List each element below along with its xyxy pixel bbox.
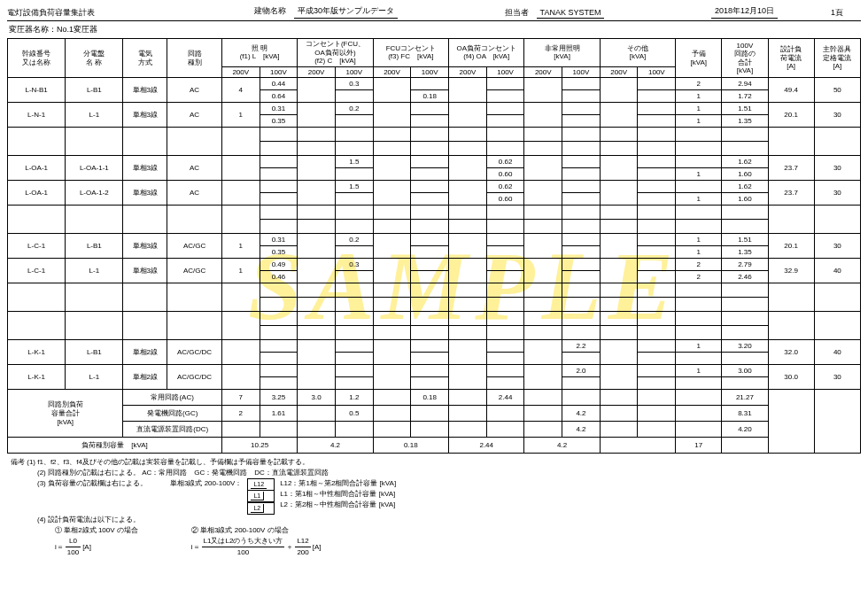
table-row: L-K-1L-1単相2線AC/GC/DC2.013.0030.030 bbox=[8, 365, 861, 377]
col-reserve: 予備[kVA] bbox=[676, 39, 722, 78]
table-row: L-N-1L-1単相3線AC10.310.211.5120.130 bbox=[8, 103, 861, 115]
col-wiring: 電気 方式 bbox=[123, 39, 167, 78]
col-design-amp: 設計負 荷電流[A] bbox=[768, 39, 814, 78]
table-row: L-C-1L-1単相3線AC/GC10.490.322.7932.940 bbox=[8, 259, 861, 271]
total-gc-label: 発電機回路(GC) bbox=[123, 406, 221, 422]
load-table: 幹線番号 又は名称 分電盤 名 称 電気 方式 回路 種別 照 明(f1) L … bbox=[7, 38, 861, 454]
table-row: L-OA-1L-OA-1-1単相3線AC1.50.621.6223.730 bbox=[8, 156, 861, 168]
person-label: 担当者 bbox=[505, 8, 529, 17]
col-sum100: 100V 回路の 合計[kVA] bbox=[722, 39, 768, 78]
col-circuit: 回路 種別 bbox=[167, 39, 222, 78]
col-outlet: コンセント(FCU、 OA負荷以外)(f2) C [kVA] bbox=[298, 39, 373, 67]
table-row: L-K-1L-B1単相2線AC/GC/DC2.213.2032.040 bbox=[8, 340, 861, 353]
col-light: 照 明(f1) L [kVA] bbox=[221, 39, 297, 67]
footnotes: 備考 (1) f1、f2、f3、f4及びその他の記載は実装容量を記載し、予備欄は… bbox=[7, 457, 861, 558]
col-rated-amp: 主幹器具 定格電流[A] bbox=[814, 39, 860, 78]
page-number: 1頁 bbox=[831, 7, 843, 19]
table-row: L-C-1L-B1単相3線AC/GC10.310.211.5120.130 bbox=[8, 234, 861, 246]
building-name: 平成30年版サンプルデータ bbox=[294, 5, 398, 19]
header-bar: 電灯設備負荷容量集計表 建物名称 平成30年版サンプルデータ 担当者 TANAK… bbox=[7, 5, 861, 21]
col-trunk: 幹線番号 又は名称 bbox=[8, 39, 66, 78]
total-ac-label: 常用回路(AC) bbox=[123, 390, 221, 406]
table-row: L-OA-1L-OA-1-2単相3線AC1.50.621.6223.730 bbox=[8, 181, 861, 193]
report-title: 電灯設備負荷容量集計表 bbox=[7, 7, 95, 19]
totals-label: 回路別負荷 容量合計 [kVA] bbox=[8, 390, 123, 438]
building-label: 建物名称 bbox=[254, 6, 286, 15]
total-type-label: 負荷種別容量 [kVA] bbox=[8, 438, 222, 454]
col-emerg: 非常用照明[kVA] bbox=[524, 39, 600, 67]
person-name: TANAK SYSTEM bbox=[537, 8, 605, 19]
col-other: その他[kVA] bbox=[600, 39, 675, 67]
col-fcu: FCUコンセント(f3) FC [kVA] bbox=[373, 39, 448, 67]
total-dc-label: 直流電源装置回路(DC) bbox=[123, 422, 221, 438]
layout-box-icon: L12 L1 L2 bbox=[247, 478, 275, 515]
transformer-name: 変圧器名称：No.1変圧器 bbox=[9, 24, 861, 35]
table-row: L-N-B1L-B1単相3線AC40.440.322.9449.450 bbox=[8, 78, 861, 90]
col-panel: 分電盤 名 称 bbox=[66, 39, 123, 78]
report-date: 2018年12月10日 bbox=[711, 5, 778, 19]
col-oa: OA負荷コンセント(f4) OA [kVA] bbox=[449, 39, 524, 67]
